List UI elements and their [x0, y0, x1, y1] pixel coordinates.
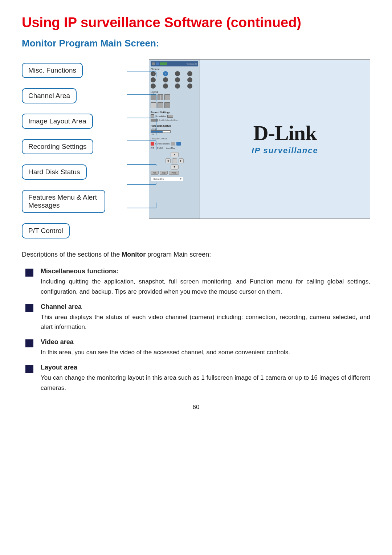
diagram-wrapper: Misc. Functions Channel Area Image Layou… [22, 59, 370, 238]
ss-ch9 [151, 83, 156, 89]
ss-layout-c [164, 102, 170, 108]
ss-layout-9 [164, 94, 170, 100]
image-layout-label: Image Layout Area [22, 114, 93, 129]
screenshot-mockup: Version 2.06 Channel 1 2 [149, 59, 370, 219]
ss-usage-bar-bg [151, 130, 171, 133]
label-misc-functions: Misc. Functions [22, 63, 127, 78]
page-number: 60 [22, 404, 370, 411]
ss-pan-btn: Pan [151, 171, 159, 175]
bullet-content-misc: Miscellaneous functions: Including quitt… [41, 268, 370, 296]
label-hard-disk: Hard Disk Status [22, 164, 127, 180]
misc-functions-label: Misc. Functions [22, 63, 83, 78]
ss-ptz-left: ◀ [166, 158, 171, 163]
ss-func-row: Function Menu [151, 142, 198, 146]
description-intro: Descriptions of the sections of the Moni… [22, 249, 370, 260]
ss-dvdo-label: DVDO [157, 147, 163, 149]
hard-disk-label: Hard Disk Status [22, 164, 87, 180]
ss-pt-label: P/T [151, 147, 154, 149]
ss-usage-label: Usage [151, 128, 198, 130]
ss-btn3 [160, 62, 167, 65]
labels-column: Misc. Functions Channel Area Image Layou… [22, 59, 127, 238]
dlink-subtitle-text: IP surveillance [252, 146, 318, 155]
bullet-title-channel: Channel area [41, 303, 370, 311]
label-channel-area: Channel Area [22, 88, 127, 103]
label-image-layout: Image Layout Area [22, 114, 127, 129]
channel-area-label: Channel Area [22, 88, 77, 103]
ss-channel-label: Channel [151, 68, 198, 70]
ss-layout-icons-row2 [151, 102, 198, 108]
ss-enable-text: Enable Scheduled Rec... [159, 119, 179, 121]
ss-patrol-btn: Patrol [169, 171, 179, 175]
dlink-logo-text: D-Link [253, 123, 317, 144]
ss-ch8 [187, 77, 192, 82]
ss-ptz-center [172, 158, 177, 163]
bullet-body-layout: You can change the monitoring layout in … [41, 373, 370, 392]
bullet-misc: Miscellaneous functions: Including quitt… [25, 268, 370, 296]
bullet-square-misc [25, 269, 33, 277]
ss-version: Version 2.06 [167, 63, 197, 65]
ss-layout-icons [151, 94, 198, 100]
ss-sched-select [167, 115, 173, 118]
ss-btn2 [156, 62, 159, 65]
ss-ptz-mid-row: ◀ ▶ [166, 158, 184, 163]
bullet-content-video: Video area In this area, you can see the… [41, 338, 370, 357]
ss-ch4 [187, 71, 192, 76]
ss-record-label: Record Settings [151, 111, 198, 114]
ss-func-btn2 [176, 142, 181, 146]
ss-sched-icon [151, 114, 154, 118]
ss-ch7 [175, 77, 180, 82]
bullet-title-video: Video area [41, 338, 370, 346]
ss-ch11 [175, 83, 180, 89]
ss-ch3 [175, 71, 180, 76]
ss-btn1 [152, 62, 155, 65]
connector-screenshot-area: Version 2.06 Channel 1 2 [127, 59, 370, 219]
screenshot-left-panel: Version 2.06 Channel 1 2 [149, 60, 200, 219]
ss-ptz-right: ▶ [179, 158, 184, 163]
bullet-body-video: In this area, you can see the video of t… [41, 347, 370, 357]
pt-control-label: P/T Control [22, 223, 70, 238]
label-pt-control: P/T Control [22, 223, 127, 238]
monitor-bold: Monitor [122, 251, 146, 258]
features-menu-label: Features Menu & Alert Messages [22, 190, 105, 213]
bullet-body-misc: Including quitting the application, snap… [41, 277, 370, 296]
bullet-list: Miscellaneous functions: Including quitt… [22, 268, 370, 392]
ss-stop-btn: Stop [160, 171, 168, 175]
ss-pt-labels: P/T DVDO Alert Msg [151, 147, 198, 149]
ss-channel-grid: 1 2 [151, 71, 198, 89]
ss-ch10 [163, 83, 168, 89]
ss-enable-btn [151, 119, 158, 122]
section-title: Monitor Program Main Screen: [22, 38, 370, 49]
ss-freespace-text: FreeSpace: XXXGB [151, 138, 198, 140]
ss-ch12 [187, 83, 192, 89]
diagram-flex: Misc. Functions Channel Area Image Layou… [22, 59, 370, 238]
ss-layout-4 [158, 94, 163, 100]
bullet-content-channel: Channel area This area displays the stat… [41, 303, 370, 332]
ss-usage-bar [151, 131, 163, 132]
ss-ptz-control: ▲ ◀ ▶ ▼ [151, 152, 198, 170]
page-title: Using IP surveillance Software (continue… [22, 15, 370, 31]
ss-layout-a [151, 102, 156, 108]
label-features-menu: Features Menu & Alert Messages [22, 190, 127, 213]
bullet-square-layout [25, 365, 33, 373]
screenshot-right-panel: D-Link IP surveillance [200, 60, 370, 219]
ss-layout-b [158, 102, 163, 108]
bullet-body-channel: This area displays the status of each vi… [41, 312, 370, 332]
ss-func-btn1 [171, 142, 175, 146]
label-recording: Recording Settings [22, 139, 127, 154]
bullet-layout: Layout area You can change the monitorin… [25, 364, 370, 392]
ss-sched-text: Scheduling [155, 115, 166, 117]
ss-ch2: 2 [163, 71, 168, 76]
bullet-title-misc: Miscellaneous functions: [41, 268, 370, 275]
bullet-video: Video area In this area, you can see the… [25, 338, 370, 357]
ss-usage-text: 15% [151, 133, 198, 135]
bullet-square-video [25, 339, 33, 347]
ss-func-text: Function Menu [155, 143, 170, 145]
bullet-content-layout: Layout area You can change the monitorin… [41, 364, 370, 392]
ss-layout-1 [151, 94, 156, 100]
ss-ch6 [163, 77, 168, 82]
recording-settings-label: Recording Settings [22, 139, 93, 154]
ss-enable-row: Enable Scheduled Rec... [151, 119, 198, 122]
ss-alert-label: Alert Msg [166, 147, 175, 149]
ss-ch1: 1 [151, 71, 156, 76]
ss-ptz-up: ▲ [171, 152, 179, 157]
